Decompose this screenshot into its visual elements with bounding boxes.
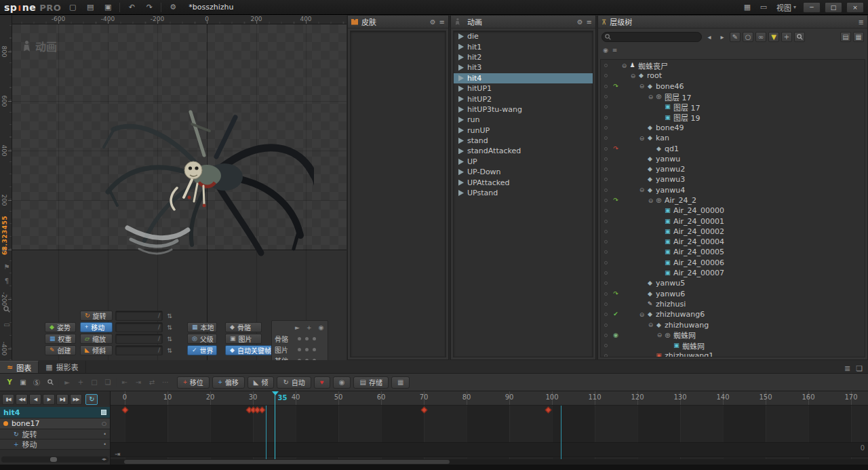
toggle-dot[interactable]	[313, 337, 316, 340]
swap-icon[interactable]: ⇄	[146, 377, 157, 387]
expand-icon[interactable]: ⇥	[115, 450, 120, 458]
track-options-icon[interactable]: •	[103, 431, 106, 437]
next-match-icon[interactable]: ▸	[717, 32, 728, 42]
visibility-dot[interactable]	[601, 261, 611, 265]
animation-item-run[interactable]: run	[454, 115, 593, 125]
toggle-dot[interactable]	[298, 337, 301, 340]
select-cursor-icon[interactable]: ►	[62, 377, 73, 387]
animation-item-UP-Down[interactable]: UP-Down	[454, 167, 593, 177]
visibility-dot[interactable]	[601, 281, 611, 285]
toggle-dot[interactable]	[313, 348, 316, 351]
animation-item-runUP[interactable]: runUP	[454, 125, 593, 136]
panel-columns-icon[interactable]: ≣	[859, 18, 864, 26]
tree-item-yanwu[interactable]: ◆yanwu	[601, 154, 865, 164]
rotate-value-strip[interactable]	[115, 311, 163, 321]
animation-item-hit4[interactable]: hit4	[454, 73, 593, 83]
animation-item-UPAttacked[interactable]: UPAttacked	[454, 177, 593, 187]
tree-item-Air_24_00007[interactable]: ▣Air_24_00007	[601, 268, 865, 278]
visibility-dot[interactable]	[601, 64, 611, 67]
crosshair-icon[interactable]: +	[307, 324, 312, 331]
scale-compensate-icon[interactable]: ⇅	[165, 334, 174, 344]
prev-key-button[interactable]: ◀◀	[16, 394, 28, 405]
grid-button[interactable]: ▦	[391, 376, 410, 389]
grid-icon[interactable]: ▦	[853, 32, 864, 42]
tree-expander[interactable]: ⊖	[647, 94, 654, 100]
tree-expander[interactable]: ⊖	[638, 187, 646, 193]
dot-icon[interactable]: ◦	[5, 292, 9, 299]
favorite-button[interactable]: ♥	[314, 376, 330, 389]
layout-icon[interactable]: ▦	[741, 2, 753, 13]
tree-expander[interactable]: ⊖	[629, 73, 637, 79]
tree-item-图层 17[interactable]: ⊖◎图层 17	[601, 92, 865, 102]
tree-expander[interactable]: ⊖	[647, 197, 654, 204]
align-right-icon[interactable]: ⇥	[133, 377, 144, 387]
track-options-icon[interactable]: •	[103, 442, 106, 448]
link-icon[interactable]: ∞	[755, 32, 766, 42]
store-button[interactable]: ▤存储	[353, 376, 388, 389]
key-box-icon[interactable]: ▣	[18, 377, 28, 387]
spider-skeleton-artwork[interactable]	[90, 89, 314, 258]
animation-item-hit2[interactable]: hit2	[454, 52, 593, 62]
next-key-button[interactable]: ▶▶	[70, 394, 82, 405]
eye-icon[interactable]: ◉	[318, 324, 323, 331]
settings-icon[interactable]: ⚙	[167, 2, 179, 13]
visibility-dot[interactable]	[601, 189, 611, 192]
track-header-scrollbar[interactable]: ◂▸	[1, 456, 108, 463]
dots-icon[interactable]: ⋯	[160, 377, 171, 387]
tree-item-蜘蛛网[interactable]: ◉⊖◎蜘蛛网	[601, 330, 865, 340]
tree-expander[interactable]: ⊖	[638, 311, 646, 318]
visibility-dot[interactable]	[601, 85, 611, 88]
crosshair-icon[interactable]: +	[781, 32, 792, 42]
visibility-dot[interactable]	[601, 74, 611, 77]
key-dot-button[interactable]: ◉	[333, 376, 351, 389]
visibility-dot[interactable]	[601, 240, 611, 243]
animation-item-hit1[interactable]: hit1	[454, 41, 593, 52]
offset-button[interactable]: +移位	[177, 376, 210, 389]
tree-item-zhizhuwang[interactable]: ⊖◆zhizhuwang	[601, 319, 865, 330]
tree-expander[interactable]: ⊖	[620, 62, 628, 69]
monitor-icon[interactable]: ▭	[757, 2, 770, 13]
tree-item-Air_24_00000[interactable]: ▣Air_24_00000	[601, 205, 865, 216]
weights-tool-button[interactable]: ▦权重	[45, 334, 76, 344]
eye-icon[interactable]: ◉	[603, 47, 608, 54]
tree-item-图层 17[interactable]: ▣图层 17	[601, 102, 865, 112]
auto-button[interactable]: ↻自动	[277, 376, 311, 389]
animation-item-stand[interactable]: stand	[454, 136, 593, 146]
visibility-dot[interactable]	[601, 334, 611, 337]
parent-axes-button[interactable]: ◎父级	[187, 334, 217, 344]
track-rotate[interactable]: ↻ 旋转 •	[0, 429, 110, 439]
step-forward-button[interactable]: ▶▮	[56, 394, 68, 405]
visibility-dot[interactable]	[601, 105, 611, 109]
autokey-button[interactable]: ◆自动关键帧	[225, 345, 275, 355]
visibility-dot[interactable]	[601, 209, 611, 212]
toggle-dot[interactable]	[305, 348, 309, 351]
minimize-button[interactable]: ─	[803, 2, 821, 13]
tree-item-yanwu5[interactable]: ◆yanwu5	[601, 278, 865, 288]
zoom-icon[interactable]	[45, 377, 56, 387]
tree-item-zhizhuwang1[interactable]: ▣zhizhuwang1	[601, 351, 865, 357]
toggle-dot[interactable]	[298, 348, 301, 351]
animation-item-standAttacked[interactable]: standAttacked	[454, 146, 593, 156]
search-input[interactable]	[601, 32, 702, 42]
loop-toggle-button[interactable]: ↻	[85, 394, 98, 405]
circle-icon[interactable]: ○	[743, 32, 753, 42]
tree-item-图层 19[interactable]: ▣图层 19	[601, 112, 865, 122]
panel-settings-icon[interactable]: ⚙	[430, 18, 436, 26]
tab-dopesheet[interactable]: ▦ 摄影表	[39, 361, 85, 373]
magnifier-icon[interactable]	[794, 32, 805, 42]
visibility-dot[interactable]	[601, 136, 611, 140]
animation-item-hitUP1[interactable]: hitUP1	[454, 83, 593, 94]
translate-tool-button[interactable]: +移动	[80, 322, 113, 332]
translate-offset-button[interactable]: +偏移	[212, 376, 245, 389]
branch-icon[interactable]: Y	[4, 377, 15, 387]
tree-item-蜘蛛丧尸[interactable]: ⊖♟蜘蛛丧尸	[601, 60, 865, 71]
track-options-icon[interactable]: ○	[102, 420, 106, 427]
close-button[interactable]: ×	[846, 2, 864, 13]
visibility-dot[interactable]	[601, 354, 611, 357]
skin-list[interactable]	[350, 31, 446, 357]
layers-icon[interactable]: ▤	[840, 32, 851, 42]
translate-compensate-icon[interactable]: ⇅	[165, 322, 174, 332]
viewport-canvas[interactable]: 动画	[12, 24, 347, 360]
tree-expander[interactable]: ⊖	[638, 135, 646, 142]
paragraph-icon[interactable]: ¶	[5, 277, 9, 285]
